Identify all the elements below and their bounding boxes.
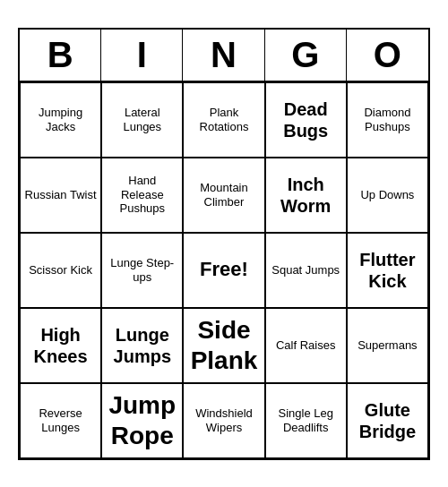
bingo-cell: Lunge Step-ups (101, 233, 183, 308)
header-letter: I (101, 30, 183, 81)
bingo-cell: Reverse Lunges (20, 383, 101, 458)
bingo-cell: Windshield Wipers (183, 383, 264, 458)
bingo-cell: High Knees (20, 308, 101, 383)
header-letter: G (265, 30, 347, 81)
bingo-cell: Diamond Pushups (347, 82, 428, 158)
bingo-cell: Squat Jumps (265, 233, 347, 308)
bingo-cell: Dead Bugs (265, 82, 347, 158)
bingo-cell: Lateral Lunges (101, 82, 183, 158)
bingo-cell: Jump Rope (101, 383, 183, 458)
bingo-header: BINGO (20, 30, 428, 82)
bingo-cell: Glute Bridge (347, 383, 428, 458)
bingo-cell: Jumping Jacks (20, 82, 101, 158)
bingo-cell: Hand Release Pushups (101, 158, 183, 233)
bingo-cell: Plank Rotations (183, 82, 264, 158)
bingo-cell: Calf Raises (265, 308, 347, 383)
bingo-cell: Free! (183, 233, 264, 308)
header-letter: B (20, 30, 101, 81)
bingo-cell: Supermans (347, 308, 428, 383)
bingo-cell: Flutter Kick (347, 233, 428, 308)
header-letter: O (347, 30, 428, 81)
bingo-cell: Inch Worm (265, 158, 347, 233)
bingo-cell: Russian Twist (20, 158, 101, 233)
bingo-card: BINGO Jumping JacksLateral LungesPlank R… (18, 28, 430, 460)
bingo-cell: Lunge Jumps (101, 308, 183, 383)
bingo-cell: Scissor Kick (20, 233, 101, 308)
bingo-cell: Side Plank (183, 308, 264, 383)
bingo-cell: Mountain Climber (183, 158, 264, 233)
header-letter: N (183, 30, 264, 81)
bingo-grid: Jumping JacksLateral LungesPlank Rotatio… (20, 82, 428, 458)
bingo-cell: Up Downs (347, 158, 428, 233)
bingo-cell: Single Leg Deadlifts (265, 383, 347, 458)
